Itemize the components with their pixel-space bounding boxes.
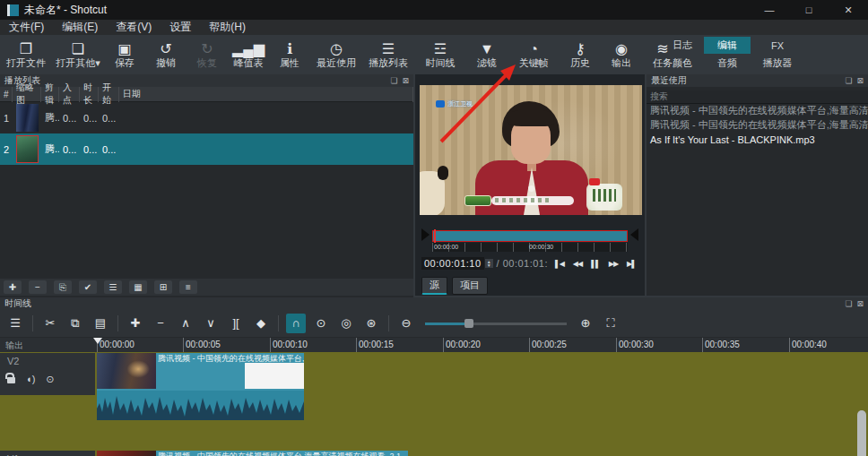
tab-audio[interactable]: 音频	[704, 55, 751, 72]
app-icon	[7, 4, 19, 16]
playlist-button[interactable]: ☰ 播放列表	[362, 35, 414, 74]
playlist-close-icon[interactable]: ⊠	[402, 76, 409, 85]
recent-float-icon[interactable]: ❏	[845, 76, 852, 85]
undo-button[interactable]: ↺ 撤销	[145, 35, 187, 74]
recent-item[interactable]: 腾讯视频 - 中国领先的在线视频媒体平台,海量高清视频...	[647, 118, 868, 133]
timeline-ruler[interactable]: 输出 00:00:00 00:00:05 00:00:10 00:00:15 0…	[0, 338, 868, 352]
position-timecode[interactable]: 00:00:01:10	[421, 257, 484, 270]
filters-button[interactable]: ▼ 滤镜	[466, 35, 508, 74]
snap-button[interactable]: ∩	[286, 314, 306, 333]
track-head-v1[interactable]: V1 ◖) ⊙	[0, 451, 95, 456]
skip-end-button[interactable]: ▶▌	[624, 260, 638, 268]
zoom-fit-button[interactable]: ⛶	[601, 314, 621, 333]
audio-waveform	[97, 391, 304, 420]
maximize-button[interactable]: □	[789, 0, 829, 20]
lock-icon[interactable]	[7, 377, 15, 383]
save-button[interactable]: ▣ 保存	[104, 35, 145, 74]
video-preview[interactable]: 浙江卫视	[420, 85, 642, 215]
playlist-view-tiles-button[interactable]: ▦	[129, 280, 147, 294]
playlist-float-icon[interactable]: ❏	[390, 76, 397, 85]
timeline-playhead[interactable]	[93, 338, 102, 344]
recent-panel: 最近使用 ❏ ⊠ 腾讯视频 - 中国领先的在线视频媒体平台,海量高清视频... …	[647, 74, 868, 296]
scrub-while-dragging-button[interactable]: ⊙	[311, 314, 331, 333]
marker-button[interactable]: ◆	[251, 314, 271, 333]
menu-help[interactable]: 帮助(H)	[200, 20, 255, 35]
close-button[interactable]: ✕	[829, 0, 868, 20]
timeline-close-icon[interactable]: ⊠	[856, 299, 864, 308]
playlist-footer-toolbar: ✚ − ⎘ ✔ ☰ ▦ ⊞ ≡	[0, 279, 413, 296]
recent-close-icon[interactable]: ⊠	[856, 76, 864, 85]
track-head-v2[interactable]: V2 ◖) ⊙	[0, 353, 95, 395]
playlist-row-1[interactable]: 1 腾... 0... 0... 0...	[0, 102, 413, 133]
ripple-button[interactable]: ◎	[336, 314, 356, 333]
recent-item[interactable]: As If It's Your Last - BLACKPINK.mp3	[647, 133, 868, 147]
ripple-delete-button[interactable]: −	[151, 314, 170, 333]
zoom-out-button[interactable]: ⊖	[396, 314, 416, 333]
timeline-menu-button[interactable]: ☰	[5, 314, 25, 333]
properties-button[interactable]: ℹ 属性	[269, 35, 310, 74]
playlist-menu-button[interactable]: ≡	[179, 280, 197, 294]
history-button[interactable]: ⚷ 历史	[560, 35, 601, 74]
woman-fringe	[508, 110, 554, 126]
zoom-slider-handle[interactable]	[464, 319, 473, 328]
playlist-remove-button[interactable]: −	[29, 280, 47, 294]
skip-start-button[interactable]: ▌◀	[552, 260, 567, 268]
recent-item[interactable]: 腾讯视频 - 中国领先的在线视频媒体平台,海量高清视频...	[647, 104, 868, 118]
paste-button[interactable]: ▤	[91, 314, 110, 333]
copy-button[interactable]: ⧉	[65, 314, 85, 333]
tab-project[interactable]: 项目	[452, 277, 488, 295]
tab-player[interactable]: 播放器	[751, 55, 803, 72]
timeline-vertical-scrollbar[interactable]	[857, 410, 866, 456]
zoom-in-button[interactable]: ⊕	[576, 314, 595, 333]
menu-view[interactable]: 查看(V)	[107, 20, 161, 35]
split-button[interactable]: ][	[226, 314, 246, 333]
scrub-ruler[interactable]: 00:00:00 00:00:30	[432, 243, 628, 252]
rewind-button[interactable]: ◀◀	[570, 260, 585, 268]
timeline-zoom-slider[interactable]	[425, 319, 567, 328]
timeline-button[interactable]: ☲ 时间线	[414, 35, 466, 74]
timeline-float-icon[interactable]: ❏	[845, 299, 852, 308]
lift-button[interactable]: ∧	[176, 314, 195, 333]
keyframes-button[interactable]: ◔ 关键帧	[508, 35, 560, 74]
playlist-add-button[interactable]: ✚	[4, 280, 22, 294]
open-file-button[interactable]: ❐ 打开文件	[0, 35, 52, 74]
tab-color[interactable]: 颜色	[662, 55, 703, 72]
tab-edit[interactable]: 编辑	[704, 37, 751, 54]
playlist-row-2[interactable]: 2 腾... 0... 0... 0...	[0, 133, 413, 165]
minimize-button[interactable]: —	[750, 0, 789, 20]
fast-forward-button[interactable]: ▶▶	[606, 260, 621, 268]
playlist-update-button[interactable]: ⎘	[54, 280, 72, 294]
hide-icon[interactable]: ⊙	[46, 374, 54, 385]
menu-settings[interactable]: 设置	[161, 20, 200, 35]
menu-file[interactable]: 文件(F)	[0, 20, 53, 35]
menu-edit[interactable]: 编辑(E)	[53, 20, 107, 35]
clip-thumbnail	[16, 135, 39, 163]
recent-search-input[interactable]	[647, 90, 868, 104]
out-point-marker[interactable]	[630, 228, 638, 241]
tab-fx[interactable]: FX	[751, 37, 803, 54]
recent-button[interactable]: ◷ 最近使用	[310, 35, 362, 74]
playlist-select-button[interactable]: ✔	[79, 280, 97, 294]
open-other-button[interactable]: ❏ 打开其他▾	[52, 35, 104, 74]
append-button[interactable]: ✚	[126, 314, 145, 333]
overwrite-button[interactable]: ∨	[201, 314, 221, 333]
selected-clip-segment[interactable]	[245, 363, 304, 389]
peak-meter-button[interactable]: ▂▄▆ 峰值表	[228, 35, 269, 74]
pause-button[interactable]: ▌▌	[588, 260, 603, 268]
export-button[interactable]: ◉ 输出	[601, 35, 642, 74]
tab-logs[interactable]: 日志	[662, 37, 703, 54]
ripple-all-tracks-button[interactable]: ⊛	[361, 314, 381, 333]
playlist-view-icons-button[interactable]: ⊞	[154, 280, 172, 294]
show-logo-tag	[589, 178, 600, 185]
in-point-marker[interactable]	[421, 228, 430, 241]
mute-icon[interactable]: ◖)	[26, 374, 35, 385]
clip-thumbnail	[16, 104, 39, 132]
scrub-playhead[interactable]	[434, 229, 436, 243]
timecode-spinner[interactable]: ▲ ▼	[485, 259, 493, 268]
cut-button[interactable]: ✂	[40, 314, 60, 333]
timeline-clip-v2[interactable]: 腾讯视频 - 中国领先的在线视频媒体平台,海	[97, 353, 304, 420]
scrub-bar[interactable]	[432, 230, 628, 242]
timeline-clip-v1[interactable]: 腾讯视频 - 中国领先的在线视频媒体平台,海量高清视频在线观看_2.1	[97, 451, 408, 456]
tab-source[interactable]: 源	[421, 277, 447, 295]
playlist-view-details-button[interactable]: ☰	[104, 280, 122, 294]
